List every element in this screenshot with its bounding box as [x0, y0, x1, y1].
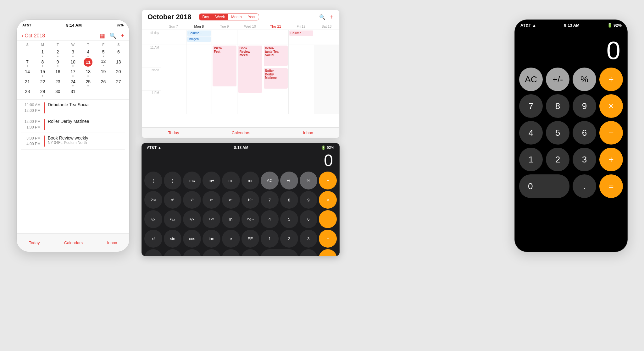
calendar-icon[interactable]: ▦	[100, 32, 105, 39]
btn-divide[interactable]: ÷	[599, 68, 623, 91]
btn-8[interactable]: 8	[546, 94, 569, 118]
ipad-btn-decimal[interactable]: .	[300, 249, 318, 256]
ipad-btn-x2[interactable]: x²	[164, 191, 182, 209]
ipad-btn-ex[interactable]: eˣ	[222, 191, 240, 209]
btn-6[interactable]: 6	[573, 121, 596, 145]
ipad-btn-subtract[interactable]: −	[319, 210, 337, 228]
ipad-btn-zero[interactable]: 0	[261, 249, 298, 256]
ipad-btn-1[interactable]: 1	[261, 230, 279, 248]
event-item-3[interactable]: 3:00 PM 4:00 PM Book Review weekly NY-04…	[21, 133, 125, 150]
btn-percent[interactable]: %	[573, 68, 596, 91]
btn-2[interactable]: 2	[546, 148, 569, 171]
btn-5[interactable]: 5	[546, 121, 569, 145]
wed-col: BookReviewmeeti...	[237, 45, 263, 114]
ipad-btn-cos[interactable]: cos	[183, 230, 201, 248]
ipad-btn-9[interactable]: 9	[300, 191, 318, 209]
ipad-btn-6[interactable]: 6	[300, 210, 318, 228]
btn-add[interactable]: +	[599, 148, 623, 171]
bottom-nav-left: Today Calendars Inbox	[17, 233, 129, 252]
phone-left: AT&T 8:14 AM 92% ‹ Oct 2018 ▦ 🔍 + S M T …	[16, 19, 130, 252]
ipad-add-icon[interactable]: +	[330, 14, 334, 21]
ipad-btn-sqrt2[interactable]: ²√x	[164, 210, 182, 228]
ipad-btn-ln[interactable]: ln	[222, 210, 240, 228]
ipad-btn-factorial[interactable]: x!	[144, 230, 162, 248]
ipad-btn-sin[interactable]: sin	[164, 230, 182, 248]
time-right: 8:13 AM	[564, 23, 580, 28]
ipad-btn-mc[interactable]: mc	[183, 172, 201, 189]
ipad-btn-1x[interactable]: ¹/x	[144, 210, 162, 228]
ipad-btn-mminus[interactable]: m-	[222, 172, 240, 189]
nav-inbox[interactable]: Inbox	[107, 240, 117, 245]
ipad-btn-rad[interactable]: Rad	[144, 249, 162, 256]
ipad-btn-3[interactable]: 3	[300, 230, 318, 248]
btn-decimal[interactable]: .	[573, 174, 596, 198]
ipad-btn-8[interactable]: 8	[280, 191, 298, 209]
header-icons: ▦ 🔍 +	[100, 32, 124, 39]
ipad-dow-row: Sun 7 Mon 8 Tue 9 Wed 10 Thu 11 Fri 12 S…	[142, 23, 339, 30]
event-item-1[interactable]: 11:00 AM 12:00 PM Debutante Tea Social	[21, 100, 125, 116]
view-month[interactable]: Month	[228, 14, 245, 20]
ipad-nav-inbox[interactable]: Inbox	[303, 130, 313, 135]
ipad-btn-divide[interactable]: ÷	[319, 172, 337, 189]
btn-equals[interactable]: =	[599, 174, 623, 198]
ipad-btn-log10[interactable]: log₁₀	[242, 210, 259, 228]
time-left: 8:14 AM	[66, 23, 82, 28]
nav-calendars[interactable]: Calendars	[64, 240, 83, 245]
btn-subtract[interactable]: −	[599, 121, 623, 145]
btn-3[interactable]: 3	[573, 148, 596, 171]
ipad-btn-e[interactable]: e	[222, 230, 240, 248]
ipad-btn-mr[interactable]: mr	[242, 172, 259, 189]
event-item-2[interactable]: 12:00 PM 1:00 PM Roller Derby Matinee	[21, 116, 125, 133]
ipad-btn-cosh[interactable]: cosh	[183, 249, 201, 256]
week-row-1: 1 2 3 4 5 6	[20, 48, 126, 57]
ipad-btn-sqrty[interactable]: ʸ√x	[203, 210, 220, 228]
btn-9[interactable]: 9	[573, 94, 596, 118]
btn-1[interactable]: 1	[519, 148, 543, 171]
ipad-btn-10x[interactable]: 10ˣ	[242, 191, 259, 209]
ipad-btn-add[interactable]: +	[319, 230, 337, 248]
ipad-btn-plusminus[interactable]: +/-	[280, 172, 298, 189]
nav-today[interactable]: Today	[29, 240, 40, 245]
ipad-btn-7[interactable]: 7	[261, 191, 279, 209]
event-tea-social: Debu-tante TeaSocial	[264, 46, 288, 66]
ipad-btn-4[interactable]: 4	[261, 210, 279, 228]
ipad-btn-rparen[interactable]: )	[164, 172, 182, 189]
ipad-btn-sqrt3[interactable]: ³√x	[183, 210, 201, 228]
ipad-nav-calendars[interactable]: Calendars	[232, 130, 250, 135]
ipad-time-grid: 11 AM Noon 1 PM PizzaFest BookReviewmeet…	[142, 45, 339, 114]
ipad-btn-ac[interactable]: AC	[261, 172, 279, 189]
ipad-btn-tanh[interactable]: tanh	[203, 249, 220, 256]
btn-ac[interactable]: AC	[519, 68, 543, 91]
btn-7[interactable]: 7	[519, 94, 543, 118]
view-day[interactable]: Day	[199, 14, 212, 20]
ipad-btn-2[interactable]: 2	[280, 230, 298, 248]
ipad-btn-x3[interactable]: x³	[183, 191, 201, 209]
ipad-btn-xy[interactable]: xʸ	[203, 191, 220, 209]
event-list: 11:00 AM 12:00 PM Debutante Tea Social 1…	[17, 99, 129, 150]
btn-4[interactable]: 4	[519, 121, 543, 145]
ipad-btn-lparen[interactable]: (	[144, 172, 162, 189]
calc-number-right: 0	[607, 38, 621, 63]
back-button[interactable]: ‹ Oct 2018	[22, 33, 45, 39]
ipad-btn-pi[interactable]: π	[222, 249, 240, 256]
ipad-btn-percent[interactable]: %	[300, 172, 318, 189]
ipad-btn-equals[interactable]: =	[319, 249, 337, 256]
ipad-btn-ee[interactable]: EE	[242, 230, 259, 248]
ipad-btn-rand[interactable]: Rand	[242, 249, 259, 256]
ipad-btn-mplus[interactable]: m+	[203, 172, 220, 189]
view-week[interactable]: Week	[212, 14, 228, 20]
ipad-btn-tan[interactable]: tan	[203, 230, 220, 248]
add-icon[interactable]: +	[121, 32, 124, 39]
event-roller-derby: RollerDerbyMatinee	[264, 68, 288, 89]
ipad-search-icon[interactable]: 🔍	[319, 14, 325, 20]
btn-multiply[interactable]: ×	[599, 94, 623, 118]
btn-plusminus[interactable]: +/-	[546, 68, 569, 91]
ipad-btn-2nd[interactable]: 2nd	[144, 191, 162, 209]
ipad-btn-multiply[interactable]: ×	[319, 191, 337, 209]
ipad-btn-5[interactable]: 5	[280, 210, 298, 228]
btn-zero[interactable]: 0	[519, 174, 569, 198]
ipad-nav-today[interactable]: Today	[168, 130, 179, 135]
search-icon[interactable]: 🔍	[109, 32, 116, 39]
view-year[interactable]: Year	[245, 14, 259, 20]
ipad-btn-sinh[interactable]: sinh	[164, 249, 182, 256]
